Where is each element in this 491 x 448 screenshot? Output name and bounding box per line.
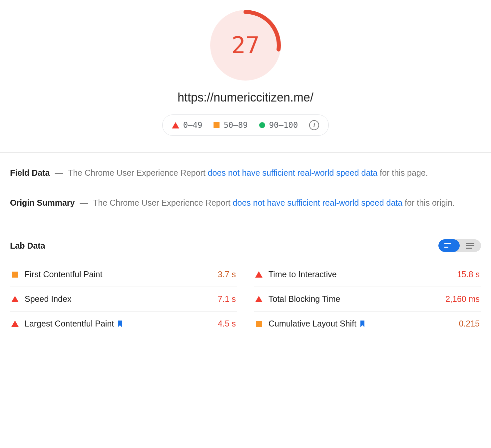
- circle-icon: [259, 122, 265, 128]
- metric-row[interactable]: First Contentful Paint3.7 s: [10, 262, 237, 287]
- metrics-column-right: Time to Interactive15.8 sTotal Blocking …: [254, 262, 481, 336]
- legend-average-range: 50–89: [224, 120, 247, 130]
- field-data-link[interactable]: does not have sufficient real-world spee…: [208, 168, 378, 177]
- lab-data-header: Lab Data: [10, 239, 481, 252]
- triangle-icon: [11, 321, 19, 327]
- bars-icon: [444, 243, 454, 249]
- metric-row[interactable]: Cumulative Layout Shift0.215: [254, 311, 481, 336]
- score-summary: 27 https://numericcitizen.me/ 0–49 50–89…: [0, 0, 491, 153]
- bookmark-icon: [117, 321, 123, 327]
- square-icon: [12, 272, 18, 278]
- svg-rect-4: [466, 245, 474, 246]
- svg-rect-5: [466, 248, 472, 249]
- score-gauge: 27: [210, 10, 281, 81]
- svg-rect-3: [466, 243, 474, 244]
- metric-value: 15.8 s: [457, 270, 480, 279]
- metric-status-icon: [255, 296, 262, 302]
- bookmark-icon: [360, 321, 365, 327]
- toggle-expanded-view[interactable]: [460, 239, 481, 252]
- field-data-post: for this page.: [377, 168, 428, 177]
- page-url: https://numericcitizen.me/: [178, 91, 313, 105]
- square-icon: [214, 122, 220, 128]
- metric-value: 3.7 s: [218, 270, 236, 279]
- lines-icon: [466, 243, 475, 249]
- legend-poor-range: 0–49: [183, 120, 203, 130]
- content-area: Field Data — The Chrome User Experience …: [0, 153, 491, 343]
- metric-status-icon: [11, 321, 19, 327]
- metric-row[interactable]: Total Blocking Time2,160 ms: [254, 287, 481, 311]
- origin-summary-section: Origin Summary — The Chrome User Experie…: [10, 196, 481, 209]
- field-data-pre: The Chrome User Experience Report: [68, 168, 208, 177]
- metric-status-icon: [11, 272, 19, 278]
- svg-rect-2: [444, 247, 448, 248]
- origin-summary-link[interactable]: does not have sufficient real-world spee…: [233, 198, 403, 207]
- metric-value: 7.1 s: [218, 294, 236, 304]
- triangle-icon: [255, 271, 262, 278]
- triangle-icon: [11, 296, 19, 302]
- view-toggle: [438, 239, 481, 252]
- legend-good: 90–100: [259, 120, 298, 130]
- origin-summary-pre: The Chrome User Experience Report: [93, 198, 233, 207]
- metric-status-icon: [255, 321, 262, 327]
- triangle-icon: [172, 122, 179, 128]
- metric-label: Speed Index: [25, 294, 212, 304]
- metric-label: Cumulative Layout Shift: [268, 319, 453, 329]
- square-icon: [256, 321, 262, 327]
- metric-value: 0.215: [459, 319, 480, 329]
- origin-summary-post: for this origin.: [402, 198, 455, 207]
- metrics-grid: First Contentful Paint3.7 sSpeed Index7.…: [10, 262, 481, 336]
- field-data-section: Field Data — The Chrome User Experience …: [10, 166, 481, 179]
- metric-status-icon: [255, 271, 262, 278]
- separator: —: [55, 168, 63, 177]
- metric-row[interactable]: Largest Contentful Paint4.5 s: [10, 311, 237, 336]
- separator: —: [80, 198, 88, 207]
- metric-label: First Contentful Paint: [25, 270, 212, 279]
- score-value: 27: [210, 10, 281, 81]
- metric-row[interactable]: Time to Interactive15.8 s: [254, 262, 481, 287]
- toggle-simplified-view[interactable]: [438, 239, 460, 252]
- metric-row[interactable]: Speed Index7.1 s: [10, 287, 237, 311]
- legend-poor: 0–49: [172, 120, 203, 130]
- field-data-title: Field Data: [10, 168, 50, 177]
- metric-value: 4.5 s: [218, 319, 236, 329]
- metric-label: Time to Interactive: [268, 270, 451, 279]
- svg-rect-1: [444, 243, 451, 244]
- triangle-icon: [255, 296, 262, 302]
- lab-data-title: Lab Data: [10, 241, 45, 251]
- metric-label: Total Blocking Time: [268, 294, 439, 304]
- info-icon[interactable]: i: [309, 120, 319, 130]
- legend-average: 50–89: [214, 120, 247, 130]
- legend-good-range: 90–100: [269, 120, 298, 130]
- score-legend: 0–49 50–89 90–100 i: [162, 114, 329, 136]
- metrics-column-left: First Contentful Paint3.7 sSpeed Index7.…: [10, 262, 237, 336]
- metric-label: Largest Contentful Paint: [25, 319, 212, 329]
- metric-status-icon: [11, 296, 19, 302]
- metric-value: 2,160 ms: [445, 294, 480, 304]
- origin-summary-title: Origin Summary: [10, 198, 75, 207]
